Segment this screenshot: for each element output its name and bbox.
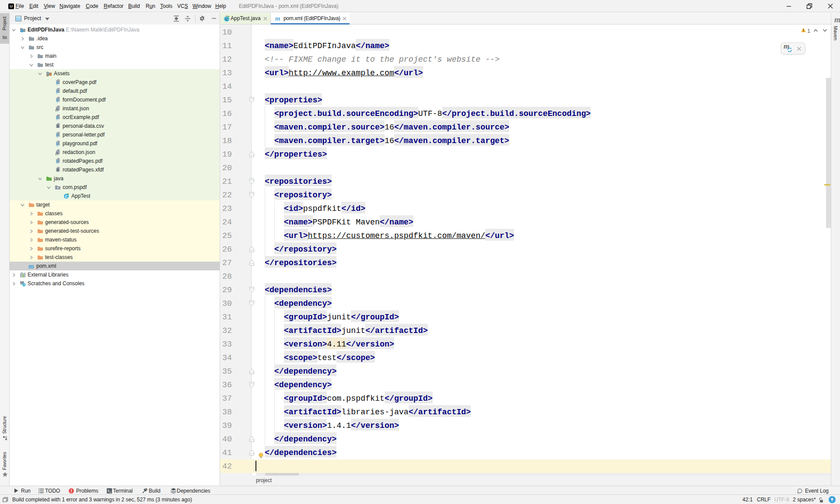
svg-text:{}: {} bbox=[56, 108, 59, 112]
svg-text:?: ? bbox=[56, 133, 59, 138]
svg-text:?: ? bbox=[56, 98, 59, 103]
svg-text:?: ? bbox=[56, 81, 59, 85]
svg-text:?: ? bbox=[56, 160, 59, 164]
svg-text:?: ? bbox=[56, 116, 59, 120]
svg-text:?: ? bbox=[56, 142, 59, 147]
svg-text:?: ? bbox=[56, 90, 59, 94]
svg-text:{}: {} bbox=[56, 152, 59, 155]
svg-text:C: C bbox=[225, 17, 228, 21]
